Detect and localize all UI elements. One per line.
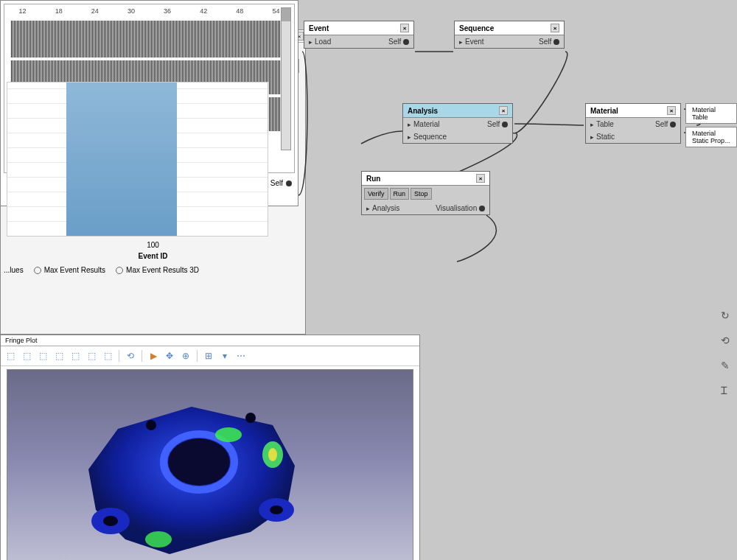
input-port-static[interactable]: Static: [590, 133, 615, 141]
node-title-label: Material: [590, 107, 618, 115]
radio-max-event-results-3d[interactable]: Max Event Results 3D: [116, 266, 199, 274]
svg-point-7: [103, 516, 118, 526]
tick: 48: [236, 7, 243, 15]
output-port-icon[interactable]: [670, 122, 676, 127]
input-port-analysis[interactable]: Analysis: [366, 204, 399, 212]
svg-point-2: [215, 427, 242, 442]
tag-material-table[interactable]: Material Table: [685, 103, 737, 124]
node-sequence[interactable]: Sequence × Event Self: [454, 21, 565, 49]
fringe-plot-panel: Fringe Plot ⬚ ⬚ ⬚ ⬚ ⬚ ⬚ ⬚ ⟲ ▶ ✥ ⊕ ⊞ ▾ ⋯ …: [0, 335, 420, 560]
radio-values[interactable]: ...lues: [4, 266, 24, 274]
chart-side-tools: ↻ ⟲ ✎ Ꮖ: [721, 309, 730, 397]
tick: 36: [164, 7, 171, 15]
close-icon[interactable]: ×: [476, 174, 485, 183]
view-right-icon[interactable]: ⬚: [69, 349, 82, 363]
tick: 12: [19, 7, 27, 15]
radio-label: ...lues: [4, 266, 24, 274]
view-back-icon[interactable]: ⬚: [36, 349, 49, 363]
output-port-self: Self: [487, 120, 500, 128]
svg-point-4: [268, 448, 277, 461]
zoom-icon[interactable]: ⊕: [179, 349, 192, 363]
chart-x-tick: 100: [1, 239, 305, 251]
node-title-label: Event: [309, 24, 329, 32]
tick: 54: [272, 7, 279, 15]
radio-max-event-results[interactable]: Max Event Results: [34, 266, 105, 274]
close-icon[interactable]: ×: [499, 106, 508, 115]
node-material[interactable]: Material × Table Self Static: [585, 103, 681, 144]
output-port-icon[interactable]: [553, 39, 559, 45]
node-title[interactable]: Run ×: [362, 172, 489, 186]
output-port-self: Self: [539, 38, 551, 46]
verify-button[interactable]: Verify: [364, 188, 388, 200]
tick: 18: [55, 7, 63, 15]
radio-icon: [34, 267, 41, 274]
expand-left-button[interactable]: ▸: [0, 472, 1, 484]
close-icon[interactable]: ×: [400, 24, 409, 32]
input-port-sequence[interactable]: Sequence: [408, 133, 447, 141]
refresh-icon[interactable]: ⟲: [721, 335, 730, 346]
fea-part: [44, 385, 354, 560]
node-title[interactable]: Sequence ×: [455, 21, 564, 35]
cursor-icon[interactable]: Ꮖ: [721, 385, 730, 397]
svg-point-11: [245, 413, 256, 423]
output-port-self: Self: [655, 120, 668, 128]
tick: 24: [91, 7, 99, 15]
more-icon[interactable]: ⋯: [234, 349, 248, 363]
redo-icon[interactable]: ↻: [721, 309, 730, 321]
node-analysis[interactable]: Analysis × Material Self Sequence: [402, 103, 513, 144]
tick: 42: [200, 7, 207, 15]
close-icon[interactable]: ×: [667, 106, 676, 115]
radio-label: Max Event Results: [44, 266, 105, 274]
chevron-down-icon[interactable]: ▾: [218, 349, 231, 363]
self-port-label: Self: [270, 179, 283, 187]
output-port-icon[interactable]: [286, 181, 292, 186]
output-port-icon[interactable]: [403, 39, 409, 45]
output-port-self: Self: [388, 38, 401, 46]
input-port-event[interactable]: Event: [459, 38, 484, 46]
radio-label: Max Event Results 3D: [126, 266, 199, 274]
panel-title: Fringe Plot: [5, 337, 38, 344]
node-title-label: Run: [366, 175, 380, 183]
pan-icon[interactable]: ✥: [163, 349, 176, 363]
node-title[interactable]: Analysis ×: [403, 104, 512, 118]
node-event[interactable]: Event × Load Self: [304, 21, 414, 49]
rotate-icon[interactable]: ⟲: [124, 349, 137, 363]
grid-icon[interactable]: ⊞: [202, 349, 215, 363]
output-port-visualisation: Visualisation: [436, 204, 477, 212]
view-top-icon[interactable]: ⬚: [85, 349, 98, 363]
select-icon[interactable]: ▶: [147, 349, 160, 363]
edit-icon[interactable]: ✎: [721, 360, 730, 371]
svg-line-13: [59, 556, 66, 560]
view-left-icon[interactable]: ⬚: [52, 349, 66, 363]
3d-viewport[interactable]: [7, 369, 413, 560]
output-port-icon[interactable]: [479, 206, 485, 211]
view-bottom-icon[interactable]: ⬚: [101, 349, 114, 363]
waveform-ticks: 12 18 24 30 36 42 48 54: [4, 4, 294, 18]
node-title[interactable]: Event ×: [304, 21, 413, 35]
output-port-icon[interactable]: [502, 122, 508, 127]
radio-icon: [116, 267, 123, 274]
run-button[interactable]: Run: [390, 188, 410, 200]
tick: 30: [128, 7, 135, 15]
results-chart[interactable]: [7, 82, 268, 237]
fringe-toolbar: ⬚ ⬚ ⬚ ⬚ ⬚ ⬚ ⬚ ⟲ ▶ ✥ ⊕ ⊞ ▾ ⋯: [1, 346, 419, 366]
view-iso-icon[interactable]: ⬚: [4, 349, 17, 363]
stop-button[interactable]: Stop: [411, 188, 432, 200]
input-port-material[interactable]: Material: [408, 120, 440, 128]
svg-point-0: [168, 438, 230, 486]
node-title-label: Sequence: [459, 24, 494, 32]
node-title[interactable]: Material ×: [586, 104, 680, 118]
node-run[interactable]: Run × Verify Run Stop Analysis Visualisa…: [361, 171, 490, 215]
node-title-label: Analysis: [408, 107, 438, 115]
fringe-title-bar: Fringe Plot: [1, 335, 419, 346]
waveform-track-1: [10, 21, 288, 57]
svg-point-9: [270, 505, 283, 514]
chart-x-title: Event ID: [1, 251, 305, 262]
view-front-icon[interactable]: ⬚: [20, 349, 33, 363]
svg-point-5: [145, 531, 172, 547]
close-icon[interactable]: ×: [551, 24, 559, 32]
input-port-load[interactable]: Load: [309, 38, 331, 46]
input-port-table[interactable]: Table: [590, 120, 614, 128]
waveform-scrollbar[interactable]: [281, 7, 291, 150]
tag-material-static[interactable]: Material Static Prop...: [685, 127, 737, 147]
